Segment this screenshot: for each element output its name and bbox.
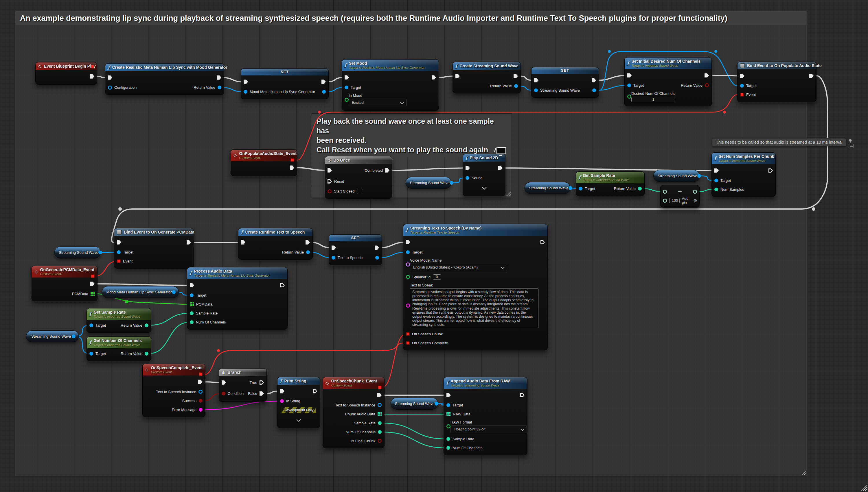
- gsr1-ret-int-pin[interactable]: [638, 187, 642, 191]
- wire-st-out-to-stts-in[interactable]: [379, 242, 406, 248]
- wire-osc-error-to-ps-str[interactable]: [203, 401, 280, 410]
- pill3-out-obj-pin[interactable]: [697, 174, 701, 178]
- sms-vin-obj-pin[interactable]: [243, 90, 248, 94]
- osc-inst-obj-pin[interactable]: [198, 390, 203, 394]
- bp2-out-exec-pin[interactable]: [809, 74, 814, 78]
- expand-row[interactable]: [463, 182, 505, 193]
- node-bind-populate[interactable]: Bind Event to On Populate Audio StateTar…: [737, 62, 817, 102]
- number-input[interactable]: 1: [631, 97, 675, 102]
- gsr1-target-obj-pin[interactable]: [579, 187, 582, 191]
- crt-ret-obj-pin[interactable]: [306, 250, 310, 254]
- ar-sr-int-pin[interactable]: [446, 437, 450, 441]
- node-create-runtime-tts[interactable]: ƒCreate Runtime Text to SpeechReturn Val…: [238, 228, 313, 260]
- wire-ope-out-to-do-in[interactable]: [294, 168, 328, 170]
- ps-in-exec-pin[interactable]: [280, 389, 284, 393]
- stts-out-exec-pin[interactable]: [540, 240, 545, 244]
- div-out-wild-pin[interactable]: [693, 190, 697, 194]
- st-in-exec-pin[interactable]: [332, 245, 336, 250]
- wire-cl-ret-to-sms-vin[interactable]: [221, 88, 243, 92]
- oge-pcm-array-pin[interactable]: [91, 292, 95, 296]
- sssw-vin-obj-pin[interactable]: [534, 89, 538, 92]
- variable-get-pill-mood[interactable]: Mood Meta Human Lip Sync Generator: [102, 286, 179, 298]
- pill6-out-obj-pin[interactable]: [435, 402, 438, 405]
- st-vin-obj-pin[interactable]: [332, 256, 335, 260]
- wire-do-completed-to-p2d-in[interactable]: [390, 168, 466, 170]
- wire-oschunk-nc-to-ar-nc[interactable]: [382, 432, 446, 448]
- ope-out-exec-pin[interactable]: [290, 165, 294, 170]
- node-begin-play[interactable]: ◇Event Blueprint Begin Play: [35, 62, 97, 85]
- oschunk-chunk-array-pin[interactable]: [378, 412, 382, 416]
- br-false-exec-pin[interactable]: [260, 391, 264, 396]
- bp-out-exec-pin[interactable]: [90, 74, 94, 79]
- bp2-event-delegate-pin[interactable]: [740, 93, 744, 97]
- node-process-audio-data[interactable]: ƒProcess Audio DataTarget is Realistic M…: [187, 267, 288, 329]
- do-reset-exec-pin[interactable]: [328, 179, 332, 183]
- dropdown[interactable]: Excited: [349, 99, 406, 106]
- oschunk-final-bool-pin[interactable]: [378, 439, 382, 443]
- node-bind-generate-pcm[interactable]: Bind Event to On Generate PCMDataTargetE…: [114, 228, 194, 269]
- sssw-vout-obj-pin[interactable]: [592, 89, 596, 92]
- node-divide[interactable]: ÷100Add pin⊕: [660, 185, 700, 207]
- csw-ret-obj-pin[interactable]: [514, 84, 518, 88]
- node-create-lipsync[interactable]: ƒCreate Realistic Meta Human Lip Sync wi…: [105, 63, 224, 95]
- div-b-wild-pin[interactable]: [663, 199, 667, 203]
- osc-out-exec-pin[interactable]: [198, 379, 203, 384]
- node-get-num-channels[interactable]: ƒGet Number Of ChannelsTarget is Importe…: [87, 337, 151, 361]
- wire-oschunk-sr-to-ar-sr[interactable]: [382, 423, 446, 439]
- wire-oge-out-to-pa-in[interactable]: [95, 284, 190, 285]
- sssw-out-exec-pin[interactable]: [592, 78, 596, 82]
- sm-out-exec-pin[interactable]: [432, 75, 436, 79]
- number-input[interactable]: 0: [433, 274, 441, 279]
- bg-out-exec-pin[interactable]: [187, 240, 191, 245]
- sms-vout-obj-pin[interactable]: [322, 90, 326, 94]
- sm-mood-enum-pin[interactable]: [345, 98, 349, 102]
- reroute-node[interactable]: [125, 300, 128, 303]
- dropdown[interactable]: Floating point 32-bit: [450, 425, 527, 433]
- sic-num-enum-pin[interactable]: [627, 95, 631, 99]
- node-branch[interactable]: ⋔BranchTrueConditionFalse: [219, 368, 267, 402]
- sms-out-exec-pin[interactable]: [322, 79, 326, 84]
- sic-out-exec-pin[interactable]: [705, 73, 709, 77]
- cl-config-obj-pin[interactable]: [108, 85, 112, 90]
- reroute-dot[interactable]: [217, 349, 220, 352]
- gsr2-target-obj-pin[interactable]: [89, 323, 93, 327]
- ps-str-str-pin[interactable]: [280, 399, 284, 403]
- wire-st-vout-to-stts-target[interactable]: [379, 252, 406, 257]
- ope-delegate-delegate-pin[interactable]: [290, 158, 294, 162]
- bp2-target-obj-pin[interactable]: [740, 84, 744, 88]
- bp-delegate-delegate-pin[interactable]: [91, 65, 94, 69]
- stts-target-obj-pin[interactable]: [406, 250, 410, 254]
- csw-in-exec-pin[interactable]: [455, 74, 460, 78]
- wire-gnc-ret-to-pa-nc[interactable]: [148, 322, 190, 353]
- reroute-dot[interactable]: [608, 50, 611, 53]
- node-get-sample-rate-2[interactable]: ƒGet Sample RateTarget is Imported Sound…: [87, 308, 151, 333]
- ar-in-exec-pin[interactable]: [446, 393, 451, 397]
- wire-sssw-out-to-sic-in[interactable]: [596, 75, 627, 80]
- node-play-sound-2d[interactable]: ƒPlay Sound 2DSound: [463, 154, 506, 196]
- reroute-dot[interactable]: [812, 207, 815, 211]
- node-create-ssw[interactable]: ƒCreate Streaming Sound WaveReturn Value: [452, 62, 521, 93]
- osc-delegate-delegate-pin[interactable]: [199, 372, 203, 376]
- gnc-target-obj-pin[interactable]: [89, 352, 93, 355]
- wire-gsr1-ret-to-div-a[interactable]: [642, 189, 663, 191]
- div-a-wild-pin[interactable]: [663, 190, 667, 194]
- reroute-dot[interactable]: [723, 111, 726, 114]
- sns-target-obj-pin[interactable]: [714, 179, 718, 182]
- pushpin-icon[interactable]: [849, 139, 853, 143]
- sic-ret-bool-pin[interactable]: [705, 83, 709, 87]
- variable-get-pill-ssw-1[interactable]: Streaming Sound Wave: [406, 177, 451, 189]
- oschunk-nc-int-pin[interactable]: [378, 430, 382, 434]
- csw-out-exec-pin[interactable]: [514, 74, 518, 78]
- wire-oge-delegate-to-bg-event[interactable]: [95, 261, 117, 276]
- crt-in-exec-pin[interactable]: [241, 240, 245, 245]
- sm-in-exec-pin[interactable]: [345, 75, 349, 79]
- pa-sr-int-pin[interactable]: [190, 311, 193, 315]
- ps-out-exec-pin[interactable]: [313, 389, 317, 393]
- variable-get-pill-ssw-2[interactable]: Streaming Sound Wave: [524, 182, 570, 194]
- node-onpopulate-event[interactable]: ◇OnPopulateAudioState_EventCustom Event: [231, 149, 297, 176]
- stts-in-exec-pin[interactable]: [406, 240, 410, 244]
- node-ongenerate-pcm-event[interactable]: ◇OnGeneratePCMData_EventCustom EventPCMD…: [31, 266, 97, 301]
- ar-out-exec-pin[interactable]: [520, 393, 524, 397]
- sic-in-exec-pin[interactable]: [627, 73, 632, 77]
- bg-in-exec-pin[interactable]: [117, 240, 121, 245]
